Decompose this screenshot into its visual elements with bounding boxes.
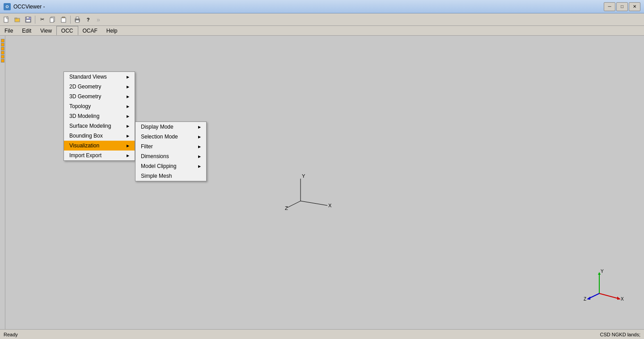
viz-display-mode[interactable]: Display Mode ▶ — [136, 122, 206, 132]
menu-bounding-box[interactable]: Bounding Box ▶ — [64, 131, 135, 141]
left-btn-5[interactable] — [1, 55, 4, 59]
toolbar-more: » — [97, 16, 100, 23]
svg-line-16 — [301, 201, 327, 205]
menu-surface-modeling[interactable]: Surface Modeling ▶ — [64, 121, 135, 131]
copy-icon — [50, 17, 56, 23]
submenu-arrow-topology: ▶ — [127, 105, 129, 109]
menu-bar: File Edit View OCC OCAF Help — [0, 26, 644, 36]
menu-standard-views[interactable]: Standard Views ▶ — [64, 72, 135, 82]
left-toolbar — [0, 36, 5, 329]
svg-rect-11 — [61, 18, 66, 22]
status-right-text: CSD NGKD lands; — [600, 332, 640, 337]
menu-edit[interactable]: Edit — [17, 26, 36, 35]
viz-selection-mode[interactable]: Selection Mode ▶ — [136, 132, 206, 142]
menu-2d-geometry[interactable]: 2D Geometry ▶ — [64, 82, 135, 92]
cut-button[interactable]: ✂ — [37, 15, 47, 25]
svg-rect-4 — [15, 18, 17, 19]
br-z-label: Z — [584, 297, 586, 301]
x-label: X — [328, 203, 332, 208]
minimize-button[interactable]: ─ — [604, 2, 615, 11]
svg-rect-6 — [26, 17, 29, 19]
open-button[interactable] — [13, 15, 22, 25]
br-axis: Y X Z — [590, 271, 626, 307]
svg-rect-13 — [76, 17, 79, 19]
open-icon — [14, 17, 21, 23]
submenu-arrow-clipping: ▶ — [198, 164, 201, 168]
left-btn-2[interactable] — [1, 43, 4, 46]
menu-help[interactable]: Help — [102, 26, 122, 35]
new-button[interactable] — [2, 15, 12, 25]
submenu-arrow-surface: ▶ — [127, 124, 129, 128]
new-icon — [4, 17, 10, 23]
menu-view[interactable]: View — [36, 26, 56, 35]
svg-rect-14 — [76, 20, 79, 22]
copy-button[interactable] — [48, 15, 58, 25]
paste-button[interactable] — [59, 15, 68, 25]
viz-simple-mesh[interactable]: Simple Mesh — [136, 171, 206, 181]
status-text: Ready — [4, 332, 18, 337]
left-btn-6[interactable] — [1, 59, 4, 63]
viz-dimensions[interactable]: Dimensions ▶ — [136, 151, 206, 161]
y-label: Y — [302, 173, 305, 179]
menu-topology[interactable]: Topology ▶ — [64, 101, 135, 111]
restore-button[interactable]: □ — [616, 2, 628, 11]
svg-rect-0 — [4, 17, 8, 22]
submenu-arrow-3dm: ▶ — [127, 114, 129, 118]
svg-marker-21 — [617, 297, 621, 300]
app-title: OCCViewer - — [13, 4, 604, 10]
main-area: Y X Z Y X Z Standard Views ▶ 2 — [0, 36, 644, 329]
submenu-arrow-bbox: ▶ — [127, 134, 129, 138]
menu-3d-geometry[interactable]: 3D Geometry ▶ — [64, 92, 135, 101]
title-bar: O OCCViewer - ─ □ ✕ — [0, 0, 644, 13]
close-button[interactable]: ✕ — [629, 2, 640, 11]
canvas-area: Y X Z Y X Z Standard Views ▶ 2 — [5, 36, 644, 329]
br-x-label: X — [621, 297, 624, 301]
submenu-arrow-standard-views: ▶ — [127, 75, 129, 79]
menu-visualization[interactable]: Visualization ▶ — [64, 141, 135, 151]
app-icon: O — [4, 3, 11, 10]
paste-icon — [60, 17, 67, 23]
menu-ocaf[interactable]: OCAF — [78, 26, 102, 35]
submenu-arrow-3d: ▶ — [127, 95, 129, 99]
submenu-arrow-2d: ▶ — [127, 85, 129, 89]
left-btn-3[interactable] — [1, 47, 4, 50]
save-button[interactable] — [23, 15, 33, 25]
br-y-label: Y — [601, 269, 604, 274]
submenu-arrow-dimensions: ▶ — [198, 155, 201, 159]
viz-filter[interactable]: Filter ▶ — [136, 142, 206, 151]
menu-3d-modeling[interactable]: 3D Modeling ▶ — [64, 111, 135, 121]
window-controls: ─ □ ✕ — [604, 2, 640, 11]
submenu-arrow-ie: ▶ — [127, 154, 129, 158]
svg-rect-7 — [26, 20, 30, 22]
viz-submenu: Display Mode ▶ Selection Mode ▶ Filter ▶… — [135, 121, 207, 181]
occ-dropdown: Standard Views ▶ 2D Geometry ▶ 3D Geomet… — [64, 71, 135, 161]
left-toolbar-btns — [1, 39, 4, 66]
submenu-arrow-filter: ▶ — [198, 145, 201, 149]
menu-import-export[interactable]: Import Export ▶ — [64, 151, 135, 160]
svg-rect-9 — [50, 18, 54, 22]
status-bar: Ready CSD NGKD lands; — [0, 329, 644, 339]
svg-line-20 — [599, 293, 619, 299]
print-button[interactable] — [72, 15, 82, 25]
submenu-arrow-display: ▶ — [198, 125, 201, 129]
toolbar-sep-2 — [70, 16, 71, 24]
z-label: Z — [285, 205, 288, 211]
toolbar-sep-1 — [35, 16, 35, 24]
svg-marker-23 — [587, 297, 590, 300]
print-icon — [74, 17, 80, 23]
center-axis: Y X Z — [287, 174, 341, 228]
toolbar: ✂ ? » — [0, 13, 644, 26]
left-btn-4[interactable] — [1, 51, 4, 54]
menu-occ[interactable]: OCC — [56, 26, 78, 35]
svg-line-17 — [287, 201, 301, 208]
left-btn-1[interactable] — [1, 39, 4, 42]
viz-model-clipping[interactable]: Model Clipping ▶ — [136, 161, 206, 171]
help-button[interactable]: ? — [83, 15, 93, 25]
submenu-arrow-viz: ▶ — [127, 144, 129, 148]
submenu-arrow-selection: ▶ — [198, 135, 201, 139]
menu-file[interactable]: File — [0, 26, 17, 35]
save-icon — [25, 17, 31, 23]
